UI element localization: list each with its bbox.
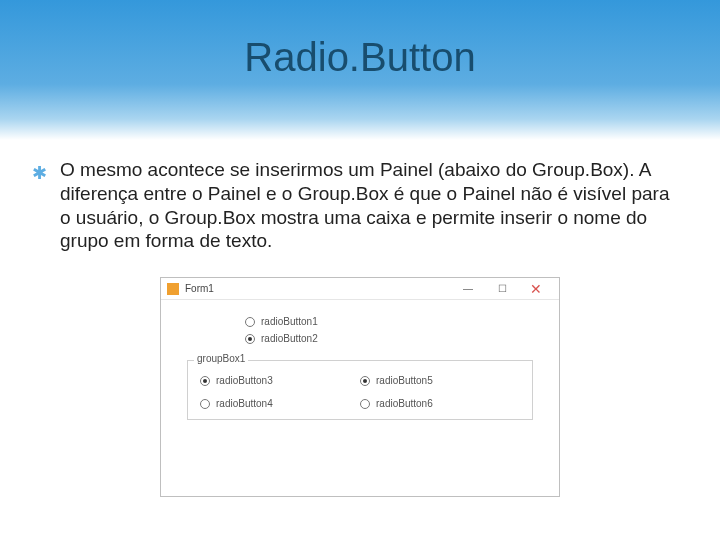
form-screenshot: Form1 — ☐ ✕ radioButton1 radioButton2 gr…	[160, 277, 560, 497]
maximize-button[interactable]: ☐	[485, 278, 519, 300]
radio-row: radioButton5	[360, 375, 520, 386]
radio-label: radioButton6	[376, 398, 433, 409]
radio-row: radioButton4	[200, 398, 360, 409]
bullet-text: O mesmo acontece se inserirmos um Painel…	[60, 159, 669, 251]
radio-row: radioButton1	[187, 316, 533, 327]
titlebar: Form1 — ☐ ✕	[161, 278, 559, 300]
radio-icon[interactable]	[360, 376, 370, 386]
radio-icon[interactable]	[200, 399, 210, 409]
radio-label: radioButton2	[261, 333, 318, 344]
app-icon	[167, 283, 179, 295]
radio-label: radioButton3	[216, 375, 273, 386]
minimize-button[interactable]: —	[451, 278, 485, 300]
radio-icon[interactable]	[360, 399, 370, 409]
bullet-star-icon: ✱	[32, 162, 47, 185]
radio-label: radioButton4	[216, 398, 273, 409]
radio-label: radioButton1	[261, 316, 318, 327]
window-title: Form1	[185, 283, 451, 294]
radio-icon[interactable]	[245, 317, 255, 327]
radio-row: radioButton2	[187, 333, 533, 344]
groupbox-label: groupBox1	[194, 353, 248, 364]
slide-title: Radio.Button	[0, 35, 720, 80]
groupbox-grid: radioButton3 radioButton5 radioButton4 r…	[200, 375, 520, 409]
radio-icon[interactable]	[245, 334, 255, 344]
radio-icon[interactable]	[200, 376, 210, 386]
slide-body: ✱ O mesmo acontece se inserirmos um Pain…	[0, 140, 720, 263]
close-button[interactable]: ✕	[519, 278, 553, 300]
form-client-area: radioButton1 radioButton2 groupBox1 radi…	[161, 300, 559, 430]
radio-row: radioButton3	[200, 375, 360, 386]
groupbox: groupBox1 radioButton3 radioButton5 radi…	[187, 360, 533, 420]
radio-row: radioButton6	[360, 398, 520, 409]
slide-header: Radio.Button	[0, 0, 720, 140]
radio-label: radioButton5	[376, 375, 433, 386]
